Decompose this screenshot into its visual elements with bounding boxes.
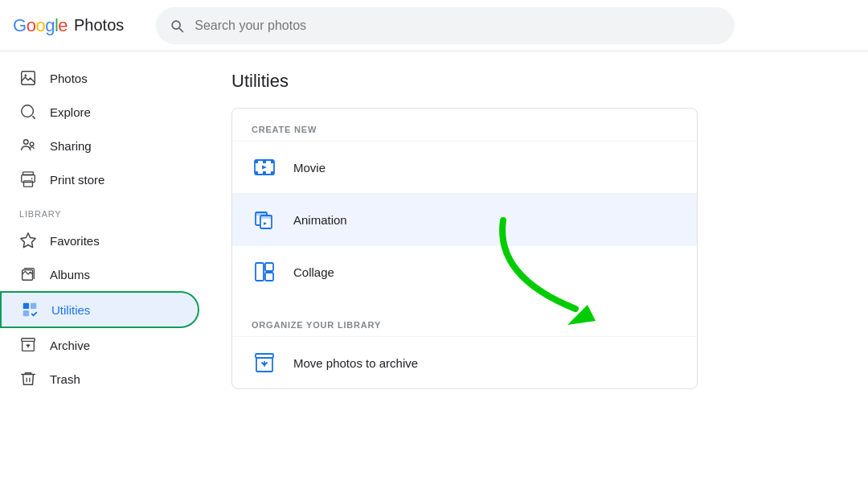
svg-rect-21 <box>263 171 266 175</box>
svg-rect-7 <box>24 181 33 187</box>
svg-point-4 <box>30 142 34 146</box>
sidebar-item-sharing[interactable]: Sharing <box>0 129 199 162</box>
svg-rect-27 <box>265 263 273 271</box>
util-item-move-to-archive[interactable]: Move photos to archive <box>232 336 697 388</box>
sidebar-utilities-label: Utilities <box>51 303 90 317</box>
explore-icon <box>19 103 37 121</box>
svg-rect-10 <box>23 303 29 309</box>
sidebar-item-favorites[interactable]: Favorites <box>0 224 199 257</box>
svg-point-2 <box>22 105 34 117</box>
svg-rect-9 <box>23 270 33 281</box>
sidebar-explore-label: Explore <box>50 105 91 119</box>
sidebar-trash-label: Trash <box>50 372 80 386</box>
movie-label: Movie <box>293 161 326 175</box>
util-item-movie[interactable]: Movie <box>232 141 697 193</box>
svg-rect-29 <box>256 354 273 358</box>
sidebar-archive-label: Archive <box>50 339 90 352</box>
svg-rect-28 <box>265 273 273 281</box>
svg-rect-0 <box>22 72 35 85</box>
page-title: Utilities <box>231 71 842 92</box>
archive-icon <box>19 336 37 354</box>
svg-rect-25 <box>260 216 272 219</box>
header: Google Photos <box>0 0 868 51</box>
trash-icon <box>19 370 37 388</box>
svg-rect-13 <box>22 339 35 342</box>
collage-label: Collage <box>293 265 334 279</box>
sidebar-item-archive[interactable]: Archive <box>0 328 199 362</box>
sidebar-item-print-store[interactable]: Print store <box>0 162 199 196</box>
star-icon <box>19 232 37 249</box>
main-layout: Photos Explore Sharing <box>0 51 868 497</box>
svg-point-3 <box>24 140 29 145</box>
utilities-icon <box>21 301 39 318</box>
sidebar-item-photos[interactable]: Photos <box>0 61 199 95</box>
organize-header: ORGANIZE YOUR LIBRARY <box>232 304 697 336</box>
archive-move-icon <box>252 350 277 376</box>
util-item-collage[interactable]: Collage <box>232 245 697 298</box>
google-wordmark: Google <box>13 15 68 36</box>
sidebar-photos-label: Photos <box>50 72 88 85</box>
svg-rect-18 <box>255 171 258 175</box>
util-item-animation[interactable]: Animation <box>232 193 697 245</box>
photos-wordmark: Photos <box>74 16 124 35</box>
svg-point-8 <box>31 178 33 179</box>
sidebar-print-store-label: Print store <box>50 173 104 187</box>
svg-rect-19 <box>271 171 274 175</box>
svg-rect-12 <box>23 310 29 316</box>
svg-rect-17 <box>271 160 274 163</box>
sharing-icon <box>19 137 37 154</box>
image-icon <box>19 69 37 87</box>
search-icon <box>169 18 185 34</box>
search-bar[interactable] <box>156 7 735 44</box>
animation-icon <box>252 207 277 232</box>
sidebar-albums-label: Albums <box>50 268 90 281</box>
sidebar-sharing-label: Sharing <box>50 139 92 153</box>
svg-point-1 <box>24 74 27 76</box>
sidebar-item-explore[interactable]: Explore <box>0 95 199 129</box>
google-photos-logo[interactable]: Google Photos <box>13 15 124 36</box>
content-area: Utilities CREATE NEW <box>206 51 868 497</box>
utilities-card: CREATE NEW Movie <box>231 108 698 389</box>
library-section-label: LIBRARY <box>0 196 206 224</box>
svg-rect-16 <box>255 160 258 163</box>
sidebar: Photos Explore Sharing <box>0 51 206 497</box>
svg-rect-20 <box>263 160 266 163</box>
sidebar-item-albums[interactable]: Albums <box>0 257 199 291</box>
collage-icon <box>252 259 277 285</box>
svg-rect-26 <box>256 263 264 281</box>
move-to-archive-label: Move photos to archive <box>293 356 418 370</box>
albums-icon <box>19 265 37 283</box>
svg-rect-11 <box>31 303 36 309</box>
animation-label: Animation <box>293 213 347 227</box>
sidebar-item-utilities[interactable]: Utilities <box>0 291 199 328</box>
movie-icon <box>252 154 277 180</box>
sidebar-favorites-label: Favorites <box>50 234 100 248</box>
sidebar-item-trash[interactable]: Trash <box>0 362 199 396</box>
search-input[interactable] <box>194 18 722 33</box>
print-store-icon <box>19 170 37 188</box>
create-new-header: CREATE NEW <box>232 109 697 141</box>
